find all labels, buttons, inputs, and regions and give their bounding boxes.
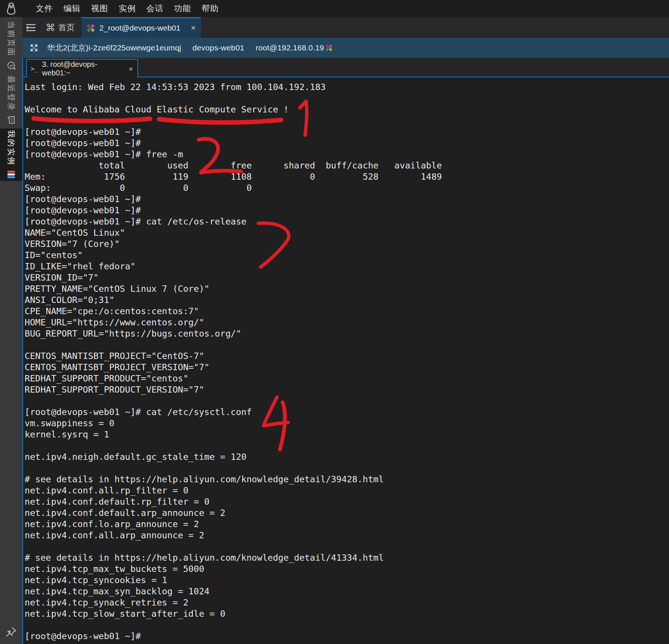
instance-info-bar: 华北2(北京)i-2ze6f225owewge1eumqj devops-web… [22,38,669,58]
sidebar-item-my-instances[interactable]: 我的实例 [0,129,22,181]
sidebar-item-label: 当前页面 [6,21,16,57]
session-tab-row: >_ 3. root@devops-web01:~ × [22,58,669,77]
close-icon[interactable]: × [190,24,196,32]
region-instance-id: 华北2(北京)i-2ze6f225owewge1eumqj [47,43,181,53]
history-icon [6,61,16,70]
pin-icon[interactable] [5,626,17,638]
instances-icon [7,170,16,179]
terminal-prompt-icon: >_ [31,65,38,72]
tab-home[interactable]: ⌘ 首页 [39,17,81,38]
menu-bar: 文件 编辑 视图 实例 会话 功能 帮助 [0,0,669,17]
sidebar-item-label: 最近登录 [6,75,16,111]
pinwheel-app-icon [86,23,96,33]
menu-session[interactable]: 会话 [146,2,164,15]
menu-function[interactable]: 功能 [173,2,192,15]
sidebar-item-label: 我的实例 [6,130,16,166]
tab-active-label: 2_root@devops-web01 [99,24,186,32]
instance-user-host: root@192.168.0.19 [255,43,324,52]
sidebar-item-recent-logins[interactable]: 最近登录 [0,74,22,126]
pinwheel-app-icon-small [325,44,333,52]
sidebar-item-current-page[interactable]: 当前页面 [0,19,22,72]
grid-command-icon: ⌘ [46,22,55,33]
main-area: ⌘ 首页 2_root@devops-web01 × 华北2(北京) [22,17,669,644]
tab-home-label: 首页 [58,22,75,33]
fullscreen-expand-icon[interactable] [29,43,39,53]
comment-icon [6,115,16,125]
session-tab[interactable]: >_ 3. root@devops-web01:~ × [26,59,138,78]
tab-bar: ⌘ 首页 2_root@devops-web01 × [22,17,669,38]
collapse-panel-icon [25,23,36,32]
menu-items: 文件 编辑 视图 实例 会话 功能 帮助 [35,2,220,15]
menu-instance[interactable]: 实例 [118,2,137,15]
menu-file[interactable]: 文件 [35,2,54,15]
tab-instance-session[interactable]: 2_root@devops-web01 × [81,17,201,38]
session-tab-label: 3. root@devops-web01:~ [42,60,124,77]
close-icon[interactable]: × [128,65,134,72]
collapse-sidebar-button[interactable] [22,17,39,38]
terminal-output: Last login: Wed Feb 22 14:53:53 2023 fro… [23,77,669,642]
menu-edit[interactable]: 编辑 [63,2,81,15]
linux-tux-icon [6,2,16,15]
menu-view[interactable]: 视图 [90,2,109,15]
terminal-panel[interactable]: Last login: Wed Feb 22 14:53:53 2023 fro… [22,77,669,644]
activity-sidebar: 当前页面 最近登录 我的实例 [0,17,22,644]
instance-hostname: devops-web01 [192,43,244,52]
menu-help[interactable]: 帮助 [201,2,220,15]
